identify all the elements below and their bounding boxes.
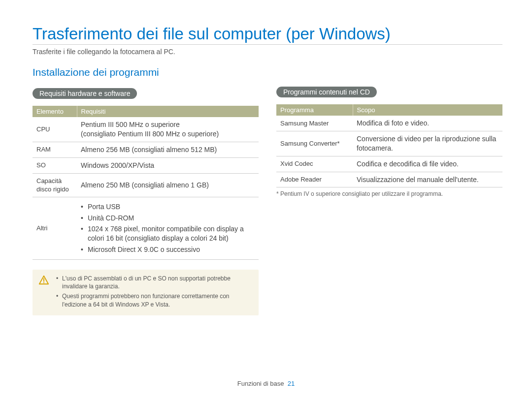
prog-th-programma: Programma xyxy=(276,104,353,116)
warning-item: Questi programmi potrebbero non funziona… xyxy=(56,292,253,308)
prog-r3-value: Codifica e decodifica di file video. xyxy=(353,156,502,172)
footer-section: Funzioni di base xyxy=(237,380,284,387)
warning-item: L'uso di PC assemblati o di un PC e SO n… xyxy=(56,275,253,290)
req-os-value: Windows 2000/XP/Vista xyxy=(77,157,259,173)
warning-box: L'uso di PC assemblati o di un PC e SO n… xyxy=(33,270,259,315)
list-item: Unità CD-ROM xyxy=(81,214,255,223)
svg-point-1 xyxy=(43,282,44,283)
list-item: Microsoft Direct X 9.0C o successivo xyxy=(81,245,255,254)
table-row: RAM Almeno 256 MB (consigliati almeno 51… xyxy=(33,142,259,157)
programs-table: Programma Scopo Samsung Master Modifica … xyxy=(276,104,502,187)
prog-r1-value: Modifica di foto e video. xyxy=(353,116,502,131)
warning-icon xyxy=(38,275,49,285)
table-row: SO Windows 2000/XP/Vista xyxy=(33,157,259,173)
req-cpu-label: CPU xyxy=(33,117,77,142)
prog-r4-value: Visualizzazione del manuale dell'utente. xyxy=(353,172,502,187)
prog-r1-label: Samsung Master xyxy=(276,116,353,131)
page-title: Trasferimento dei file sul computer (per… xyxy=(33,25,502,43)
req-cpu-value: Pentium III 500 MHz o superiore (consigl… xyxy=(77,117,259,142)
right-column: Programmi contenuti nel CD Programma Sco… xyxy=(276,66,502,315)
req-disk-value: Almeno 250 MB (consigliati almeno 1 GB) xyxy=(77,173,259,197)
req-disk-label: Capacità disco rigido xyxy=(33,173,77,197)
prog-th-scopo: Scopo xyxy=(353,104,502,116)
footer-page-number: 21 xyxy=(288,380,295,387)
req-os-label: SO xyxy=(33,157,77,173)
req-other-value: Porta USB Unità CD-ROM 1024 x 768 pixel,… xyxy=(77,197,259,259)
prog-r2-label: Samsung Converter* xyxy=(276,131,353,156)
requirements-table: Elemento Requisiti CPU Pentium III 500 M… xyxy=(33,106,259,260)
intro-text: Trasferite i file collegando la fotocame… xyxy=(33,48,502,56)
req-ram-label: RAM xyxy=(33,142,77,157)
page-footer: Funzioni di base 21 xyxy=(0,380,532,387)
list-item: Porta USB xyxy=(81,202,255,212)
table-row: Samsung Master Modifica di foto e video. xyxy=(276,116,502,131)
table-row: Altri Porta USB Unità CD-ROM 1024 x 768 … xyxy=(33,197,259,259)
pill-requirements: Requisiti hardware e software xyxy=(33,88,137,99)
section-title-install: Installazione dei programmi xyxy=(33,66,259,78)
table-row: Adobe Reader Visualizzazione del manuale… xyxy=(276,172,502,187)
req-th-requisiti: Requisiti xyxy=(77,106,259,117)
table-row: Capacità disco rigido Almeno 250 MB (con… xyxy=(33,173,259,197)
prog-r3-label: Xvid Codec xyxy=(276,156,353,172)
footnote: * Pentium IV o superiore consigliato per… xyxy=(276,190,502,197)
left-column: Installazione dei programmi Requisiti ha… xyxy=(33,66,259,315)
table-row: Xvid Codec Codifica e decodifica di file… xyxy=(276,156,502,172)
list-item: 1024 x 768 pixel, monitor compatibile co… xyxy=(81,224,255,243)
req-other-label: Altri xyxy=(33,197,77,259)
divider xyxy=(33,44,502,45)
table-row: Samsung Converter* Conversione di video … xyxy=(276,131,502,156)
req-th-element: Elemento xyxy=(33,106,77,117)
table-row: CPU Pentium III 500 MHz o superiore (con… xyxy=(33,117,259,142)
pill-programs: Programmi contenuti nel CD xyxy=(276,87,377,97)
prog-r4-label: Adobe Reader xyxy=(276,172,353,187)
req-ram-value: Almeno 256 MB (consigliati almeno 512 MB… xyxy=(77,142,259,157)
prog-r2-value: Conversione di video per la riproduzione… xyxy=(353,131,502,156)
